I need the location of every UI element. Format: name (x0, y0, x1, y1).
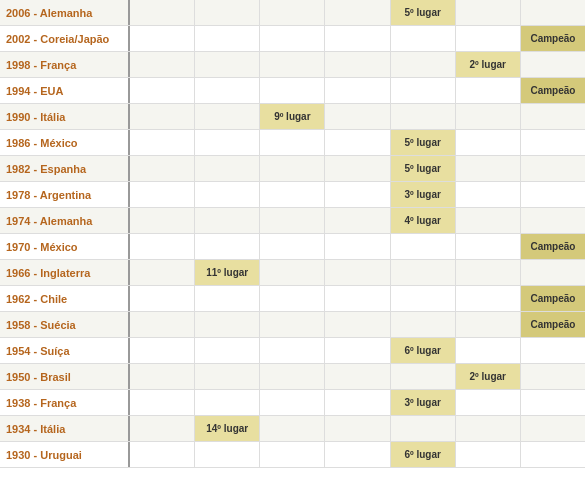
table-row: 1990 - Itália9º lugar (0, 104, 585, 130)
grid-cell (130, 416, 195, 441)
grid-cell (130, 78, 195, 103)
grid-cell (325, 182, 390, 207)
grid-cell (391, 364, 456, 389)
grid-cell (130, 156, 195, 181)
grid-cell (260, 338, 325, 363)
main-grid: 2006 - Alemanha5º lugar2002 - Coreia/Jap… (0, 0, 585, 468)
grid-cell (521, 442, 585, 467)
grid-cell (195, 52, 260, 77)
year-country-label: 1938 - França (0, 390, 130, 415)
grid-cell (456, 0, 521, 25)
grid-cell (521, 208, 585, 233)
grid-cell (521, 364, 585, 389)
table-row: 1930 - Uruguai6º lugar (0, 442, 585, 468)
grid-cell (325, 260, 390, 285)
table-row: 2006 - Alemanha5º lugar (0, 0, 585, 26)
year-country-label: 1990 - Itália (0, 104, 130, 129)
grid-cell (325, 104, 390, 129)
grid-cell (521, 104, 585, 129)
year-country-label: 1950 - Brasil (0, 364, 130, 389)
grid-cell (130, 104, 195, 129)
grid-cell (130, 260, 195, 285)
grid-cell (391, 234, 456, 259)
grid-cell: 6º lugar (391, 338, 456, 363)
grid-cell (521, 416, 585, 441)
grid-cell (195, 364, 260, 389)
grid-cell (195, 0, 260, 25)
grid-cell (260, 130, 325, 155)
grid-cell (130, 286, 195, 311)
grid-cell (260, 260, 325, 285)
grid-cell: 2º lugar (456, 364, 521, 389)
grid-cell (521, 156, 585, 181)
grid-cell (130, 130, 195, 155)
grid-cell (195, 78, 260, 103)
grid-cell (195, 104, 260, 129)
grid-cell (456, 130, 521, 155)
grid-cell (260, 78, 325, 103)
grid-cell (260, 286, 325, 311)
grid-cell (521, 182, 585, 207)
grid-cell (456, 78, 521, 103)
grid-cell (130, 312, 195, 337)
grid-cell (456, 286, 521, 311)
year-country-label: 2006 - Alemanha (0, 0, 130, 25)
grid-cell (260, 52, 325, 77)
grid-cell: 5º lugar (391, 0, 456, 25)
grid-cell (521, 0, 585, 25)
grid-cell (260, 234, 325, 259)
year-country-label: 1998 - França (0, 52, 130, 77)
grid-cell (391, 312, 456, 337)
grid-cell: Campeão (521, 312, 585, 337)
grid-cell (325, 0, 390, 25)
grid-cell (130, 442, 195, 467)
grid-cell (195, 182, 260, 207)
grid-cell (391, 416, 456, 441)
grid-cell (456, 338, 521, 363)
grid-cell (130, 208, 195, 233)
grid-cell (391, 104, 456, 129)
grid-cell (130, 338, 195, 363)
grid-cell (325, 208, 390, 233)
year-country-label: 1934 - Itália (0, 416, 130, 441)
grid-cell (130, 390, 195, 415)
grid-cell (456, 182, 521, 207)
grid-cell (195, 26, 260, 51)
table-row: 1970 - MéxicoCampeão (0, 234, 585, 260)
grid-cell (456, 390, 521, 415)
grid-cell (325, 338, 390, 363)
grid-cell (456, 442, 521, 467)
grid-cell (260, 208, 325, 233)
grid-cell (456, 26, 521, 51)
grid-cell (521, 130, 585, 155)
grid-cell (195, 234, 260, 259)
grid-cell (195, 208, 260, 233)
grid-cell (195, 338, 260, 363)
grid-cell (195, 390, 260, 415)
grid-cell (391, 78, 456, 103)
grid-cell (130, 0, 195, 25)
grid-cell (260, 390, 325, 415)
grid-cell (195, 156, 260, 181)
year-country-label: 1994 - EUA (0, 78, 130, 103)
grid-cell (521, 260, 585, 285)
grid-cell (260, 312, 325, 337)
grid-cell (325, 286, 390, 311)
year-country-label: 1970 - México (0, 234, 130, 259)
table-row: 1974 - Alemanha4º lugar (0, 208, 585, 234)
table-row: 1938 - França3º lugar (0, 390, 585, 416)
grid-cell: Campeão (521, 286, 585, 311)
grid-cell (456, 104, 521, 129)
grid-cell (325, 390, 390, 415)
grid-cell (260, 416, 325, 441)
year-country-label: 1974 - Alemanha (0, 208, 130, 233)
grid-cell (456, 312, 521, 337)
grid-cell (325, 156, 390, 181)
grid-cell: Campeão (521, 26, 585, 51)
grid-cell (391, 52, 456, 77)
grid-cell: Campeão (521, 78, 585, 103)
grid-cell: 5º lugar (391, 130, 456, 155)
grid-cell (325, 78, 390, 103)
table-row: 1978 - Argentina3º lugar (0, 182, 585, 208)
grid-cell (325, 442, 390, 467)
